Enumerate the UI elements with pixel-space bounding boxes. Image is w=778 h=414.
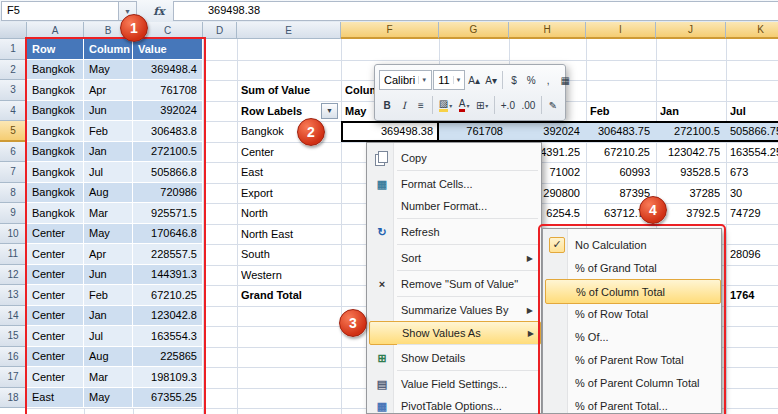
table-cell[interactable]: Jul	[84, 326, 133, 347]
pivot-value-cell[interactable]: 505866.75	[730, 121, 778, 142]
row-header-3[interactable]: 3	[0, 80, 27, 101]
table-cell[interactable]: Center	[27, 367, 84, 388]
pivot-value-cell[interactable]: 306483.75	[588, 121, 650, 142]
grow-font-button[interactable]: A▴	[466, 70, 482, 90]
table-cell[interactable]: Jan	[84, 306, 133, 327]
row-header-15[interactable]: 15	[0, 326, 27, 347]
table-cell[interactable]: Bangkok	[27, 101, 84, 122]
table-cell[interactable]: Bangkok	[27, 203, 84, 224]
row-header-8[interactable]: 8	[0, 183, 27, 204]
row-header-6[interactable]: 6	[0, 142, 27, 163]
column-header-I[interactable]: I	[586, 22, 656, 39]
table-cell[interactable]: Bangkok	[27, 142, 84, 163]
pivot-value-cell[interactable]: 93528.5	[658, 162, 720, 183]
pivot-month-header[interactable]: Jul	[730, 101, 776, 122]
column-header-E[interactable]: E	[237, 22, 341, 39]
table-cell[interactable]: Center	[27, 224, 84, 245]
pivot-value-cell[interactable]: 3792.5	[658, 203, 720, 224]
table-cell[interactable]: May	[84, 224, 133, 245]
pivot-row-label[interactable]: Center	[241, 142, 337, 163]
row-header-10[interactable]: 10	[0, 224, 27, 245]
table-cell[interactable]: May	[84, 60, 133, 81]
table-cell[interactable]: Jul	[84, 162, 133, 183]
row-header-2[interactable]: 2	[0, 60, 27, 81]
font-color-button[interactable]: A▾	[456, 95, 472, 115]
table-cell[interactable]: East	[27, 388, 84, 409]
table-cell[interactable]: 67210.25	[133, 285, 203, 306]
row-header-4[interactable]: 4	[0, 101, 27, 122]
table-cell[interactable]: Apr	[84, 80, 133, 101]
menu-item-format-cells[interactable]: ▦Format Cells...	[369, 173, 539, 195]
menu-item-no-calculation[interactable]: ✓No Calculation	[545, 233, 719, 256]
shrink-font-button[interactable]: A▾	[483, 70, 499, 90]
table-cell[interactable]: Aug	[84, 347, 133, 368]
menu-item-remove-sum-of-value[interactable]: ×Remove "Sum of Value"	[369, 273, 539, 295]
table-cell[interactable]: Center	[27, 326, 84, 347]
menu-item-sort[interactable]: Sort▶	[369, 247, 539, 269]
pivot-value-cell[interactable]: 74729	[730, 203, 778, 224]
row-header-11[interactable]: 11	[0, 244, 27, 265]
pivot-row-label[interactable]: North East	[241, 224, 337, 245]
table-cell[interactable]: 369498.4	[133, 60, 203, 81]
table-cell[interactable]: 225865	[133, 347, 203, 368]
table-cell[interactable]: Center	[27, 306, 84, 327]
pivot-value-cell[interactable]: 673	[730, 162, 778, 183]
table-cell[interactable]: 392024	[133, 101, 203, 122]
increase-decimal-button[interactable]: +.0	[498, 95, 518, 115]
table-cell[interactable]: 144391.3	[133, 265, 203, 286]
pivot-row-label[interactable]: South	[241, 244, 337, 265]
column-header-K[interactable]: K	[726, 22, 778, 39]
select-all-corner[interactable]	[0, 22, 27, 39]
column-header-D[interactable]: D	[203, 22, 237, 39]
menu-item-of-row-total[interactable]: % of Row Total	[545, 302, 719, 325]
table-cell[interactable]: Bangkok	[27, 162, 84, 183]
pivot-value-cell[interactable]: 28096	[730, 244, 778, 265]
table-cell[interactable]: 228557.5	[133, 244, 203, 265]
table-cell[interactable]: Feb	[84, 121, 133, 142]
font-size-combo[interactable]: 11▼	[433, 70, 465, 90]
pivot-month-header[interactable]: Feb	[590, 101, 652, 122]
row-header-17[interactable]: 17	[0, 367, 27, 388]
table-cell[interactable]: Center	[27, 347, 84, 368]
pivot-month-header[interactable]: Jan	[660, 101, 722, 122]
table-cell[interactable]: 123042.8	[133, 306, 203, 327]
column-header-A[interactable]: A	[27, 22, 84, 39]
pivot-row-label[interactable]: Grand Total	[241, 285, 337, 306]
table-cell[interactable]: Center	[27, 244, 84, 265]
row-header-13[interactable]: 13	[0, 285, 27, 306]
pivot-title-cell[interactable]: Sum of Value	[241, 80, 337, 101]
table-cell[interactable]: Bangkok	[27, 183, 84, 204]
table-cell[interactable]: Feb	[84, 285, 133, 306]
percent-style-button[interactable]: %	[523, 70, 539, 90]
table-cell[interactable]: Bangkok	[27, 80, 84, 101]
menu-item-show-values-as[interactable]: Show Values As▶	[369, 321, 541, 345]
row-header-5[interactable]: 5	[0, 121, 27, 142]
column-header-J[interactable]: J	[656, 22, 726, 39]
pivot-row-label[interactable]: Export	[241, 183, 337, 204]
column-header-H[interactable]: H	[509, 22, 586, 39]
table-cell[interactable]: 306483.8	[133, 121, 203, 142]
table-cell[interactable]: 761708	[133, 80, 203, 101]
row-header-9[interactable]: 9	[0, 203, 27, 224]
menu-item-refresh[interactable]: ↻Refresh	[369, 221, 539, 243]
table-cell[interactable]: 198109.3	[133, 367, 203, 388]
menu-item-of-parent-row-total[interactable]: % of Parent Row Total	[545, 348, 719, 371]
table-cell[interactable]: Center	[27, 265, 84, 286]
pivot-value-cell[interactable]: 272100.5	[658, 121, 720, 142]
menu-item-pivottable-options[interactable]: ▦PivotTable Options...	[369, 395, 539, 414]
menu-item-of-grand-total[interactable]: % of Grand Total	[545, 256, 719, 279]
pivot-value-cell[interactable]: 1764	[730, 285, 778, 306]
column-header-G[interactable]: G	[439, 22, 509, 39]
pivot-value-cell[interactable]: 761708	[441, 121, 503, 142]
menu-item-summarize-values-by[interactable]: Summarize Values By▶	[369, 299, 539, 321]
pivot-row-label[interactable]: Western	[241, 265, 337, 286]
pivot-value-cell[interactable]: 392024	[511, 121, 580, 142]
row-header-12[interactable]: 12	[0, 265, 27, 286]
table-cell[interactable]: Center	[27, 285, 84, 306]
format-table-button[interactable]: ▦	[557, 70, 573, 90]
row-header-14[interactable]: 14	[0, 306, 27, 327]
pivot-row-label[interactable]: North	[241, 203, 337, 224]
table-cell[interactable]: 170646.8	[133, 224, 203, 245]
table-cell[interactable]: Jan	[84, 142, 133, 163]
row-header-1[interactable]: 1	[0, 39, 27, 60]
